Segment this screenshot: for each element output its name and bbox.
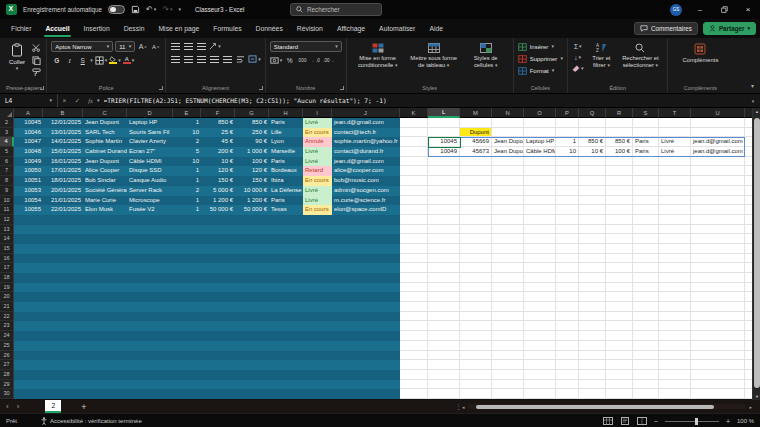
cell-R21[interactable] — [606, 302, 633, 312]
row-header-26[interactable]: 26 — [0, 351, 14, 361]
cell-F6[interactable]: 10 € — [201, 157, 235, 167]
cell-N5[interactable]: Jean Dupont — [492, 147, 524, 157]
cell-J3[interactable]: contact@tech.fr — [332, 128, 400, 138]
cell-D12[interactable] — [127, 215, 173, 225]
cell-D11[interactable]: Fusée V2 — [127, 205, 173, 215]
cell-I3[interactable]: En cours — [303, 128, 332, 138]
cell-H19[interactable] — [269, 283, 303, 293]
column-header-Q[interactable]: Q — [579, 108, 606, 118]
cell-N3[interactable] — [492, 128, 524, 138]
cell-F20[interactable] — [201, 292, 235, 302]
scroll-up-icon[interactable]: ▲ — [753, 109, 760, 114]
cell-I4[interactable]: Annulé — [303, 137, 332, 147]
cell-T30[interactable] — [659, 389, 691, 399]
cell-R6[interactable] — [606, 157, 633, 167]
cell-J13[interactable] — [332, 225, 400, 235]
cell-M27[interactable] — [460, 360, 492, 370]
cell-T15[interactable] — [659, 244, 691, 254]
cell-T27[interactable] — [659, 360, 691, 370]
scroll-down-icon[interactable]: ▼ — [753, 394, 760, 399]
sort-filter-button[interactable]: AZ Trier et filtrer ▾ — [585, 41, 617, 70]
cell-G17[interactable] — [235, 263, 269, 273]
cell-S29[interactable] — [633, 380, 659, 390]
cell-F24[interactable] — [201, 331, 235, 341]
cell-C5[interactable]: Cabinet Durand — [83, 147, 127, 157]
close-button[interactable]: × — [736, 0, 760, 19]
cell-H4[interactable]: Lyon — [269, 137, 303, 147]
cell-K13[interactable] — [400, 225, 428, 235]
cell-M20[interactable] — [460, 292, 492, 302]
fill-button[interactable]: ↓▾ — [572, 52, 584, 62]
zoom-in-button[interactable]: + — [726, 418, 730, 425]
row-header-7[interactable]: 7 — [0, 166, 14, 176]
cell-O28[interactable] — [524, 370, 556, 380]
cell-Q27[interactable] — [579, 360, 606, 370]
cell-K17[interactable] — [400, 263, 428, 273]
cell-S15[interactable] — [633, 244, 659, 254]
cell-Q30[interactable] — [579, 389, 606, 399]
cell-P17[interactable] — [556, 263, 579, 273]
cell-D9[interactable]: Server Rack — [127, 186, 173, 196]
cell-U13[interactable] — [691, 225, 745, 235]
cell-R29[interactable] — [606, 380, 633, 390]
paste-button[interactable]: Coller▾ — [6, 41, 28, 73]
cell-Q18[interactable] — [579, 273, 606, 283]
cell-N30[interactable] — [492, 389, 524, 399]
cell-M6[interactable] — [460, 157, 492, 167]
cell-U22[interactable] — [691, 312, 745, 322]
cell-S12[interactable] — [633, 215, 659, 225]
cell-L21[interactable] — [428, 302, 460, 312]
cell-E3[interactable]: 10 — [173, 128, 201, 138]
cell-D22[interactable] — [127, 312, 173, 322]
cell-S27[interactable] — [633, 360, 659, 370]
cell-B25[interactable] — [43, 341, 83, 351]
cell-D30[interactable] — [127, 389, 173, 399]
cell-P9[interactable] — [556, 186, 579, 196]
italic-button[interactable]: I — [64, 55, 75, 65]
align-left-button[interactable] — [170, 54, 181, 64]
cell-A23[interactable] — [14, 321, 43, 331]
row-header-10[interactable]: 10 — [0, 196, 14, 206]
cell-I30[interactable] — [303, 389, 332, 399]
cell-C30[interactable] — [83, 389, 127, 399]
row-header-21[interactable]: 21 — [0, 302, 14, 312]
cell-S7[interactable] — [633, 166, 659, 176]
cell-H11[interactable]: Texas — [269, 205, 303, 215]
cell-B19[interactable] — [43, 283, 83, 293]
increase-decimal-button[interactable]: ←.0 — [310, 55, 321, 65]
cell-U16[interactable] — [691, 254, 745, 264]
shrink-font-button[interactable]: A˅ — [150, 42, 161, 52]
cell-F5[interactable]: 200 € — [201, 147, 235, 157]
cell-L4[interactable]: 10045 — [428, 137, 460, 147]
cell-P6[interactable] — [556, 157, 579, 167]
cell-A16[interactable] — [14, 254, 43, 264]
column-header-E[interactable]: E — [173, 108, 201, 118]
cell-F25[interactable] — [201, 341, 235, 351]
tab-scroll-splitter[interactable]: ⋮ — [455, 403, 462, 411]
cell-Q20[interactable] — [579, 292, 606, 302]
cell-G4[interactable]: 90 € — [235, 137, 269, 147]
cell-A21[interactable] — [14, 302, 43, 312]
cell-P22[interactable] — [556, 312, 579, 322]
cell-O16[interactable] — [524, 254, 556, 264]
decrease-indent-button[interactable] — [209, 54, 220, 64]
cell-E6[interactable]: 10 — [173, 157, 201, 167]
cell-O2[interactable] — [524, 118, 556, 128]
cell-I5[interactable]: Livré — [303, 147, 332, 157]
redo-button[interactable]: ↷▾ — [162, 5, 172, 14]
cell-M22[interactable] — [460, 312, 492, 322]
cell-R17[interactable] — [606, 263, 633, 273]
align-middle-button[interactable] — [183, 41, 194, 51]
cell-C17[interactable] — [83, 263, 127, 273]
cell-H20[interactable] — [269, 292, 303, 302]
cell-L2[interactable] — [428, 118, 460, 128]
cell-L12[interactable] — [428, 215, 460, 225]
horizontal-scroll-track[interactable] — [468, 404, 747, 409]
cell-L3[interactable] — [428, 128, 460, 138]
cell-M12[interactable] — [460, 215, 492, 225]
decrease-decimal-button[interactable]: .00→ — [323, 55, 334, 65]
cell-N29[interactable] — [492, 380, 524, 390]
cell-O9[interactable] — [524, 186, 556, 196]
cell-J26[interactable] — [332, 351, 400, 361]
cell-D14[interactable] — [127, 234, 173, 244]
